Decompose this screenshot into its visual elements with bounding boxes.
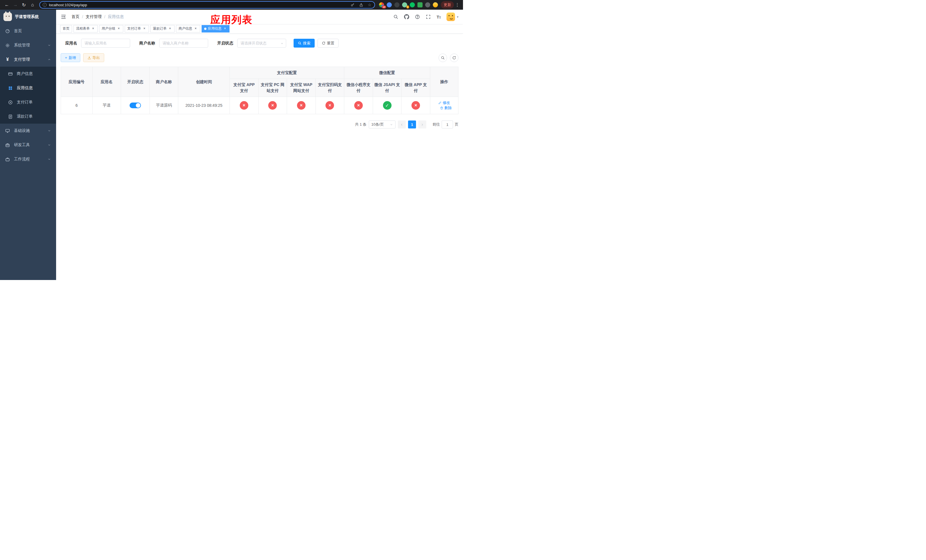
close-icon[interactable]: × [223,27,227,31]
col-wx-mini: 微信小程序支付 [344,79,373,97]
font-size-big: T [437,15,439,20]
breadcrumb: 首页 / 支付管理 / 应用信息 [71,14,124,20]
sidebar-item-label: 基础设施 [14,128,30,133]
tab-merchant-info[interactable]: 商户信息 × [176,25,200,32]
tab-home[interactable]: 首页 [60,25,72,32]
cell-alipay-wap: × [287,97,316,114]
extensions-puzzle-icon[interactable] [425,2,430,8]
search-icon [298,41,301,45]
tab-process-form[interactable]: 流程表单 × [73,25,98,32]
github-icon[interactable] [404,14,409,20]
status-select-placeholder: 请选择开启状态 [241,41,266,46]
status-label: 开启状态 [217,41,233,46]
cell-wx-mini: × [344,97,373,114]
sidebar-item-payment-orders[interactable]: 支付订单 [0,95,56,109]
goto-label: 前往 [433,122,440,127]
cell-actions: 修改 删除 [430,97,458,114]
profile-avatar-icon[interactable] [433,2,438,8]
search-button[interactable]: 搜索 [294,39,315,48]
close-icon[interactable]: × [91,27,95,31]
cell-alipay-pc: × [258,97,287,114]
sidebar-item-refund-orders[interactable]: 退款订单 [0,109,56,124]
extension-icon-4[interactable]: 1 [402,2,407,8]
sidebar-item-system[interactable]: 系统管理 [0,38,56,52]
extension-icon-5[interactable] [410,2,415,8]
browser-reload-button[interactable]: ↻ [20,1,28,9]
sidebar-item-label: 研发工具 [14,142,30,148]
refresh-icon [452,56,456,60]
page-size-value: 10条/页 [371,122,384,127]
extension-badge-2: 1 [406,5,409,9]
close-icon[interactable]: × [117,27,121,31]
reset-button[interactable]: 重置 [318,39,339,48]
address-bar[interactable]: i localhost:1024/pay/app ☆ [39,1,375,9]
add-button[interactable]: + 新增 [61,53,80,62]
hamburger-icon[interactable] [61,14,67,20]
tab-payment-orders[interactable]: 支付订单 × [125,25,149,32]
site-info-icon[interactable]: i [43,3,47,7]
sidebar-item-infrastructure[interactable]: 基础设施 [0,124,56,138]
sidebar-item-merchant-info[interactable]: 商户信息 [0,67,56,81]
tab-user-group[interactable]: 用户分组 × [99,25,123,32]
current-page-button[interactable]: 1 [408,121,416,129]
next-page-button[interactable]: › [418,121,426,129]
tab-label: 退款订单 [153,26,166,31]
export-button-label: 导出 [92,55,100,61]
toggle-search-button[interactable] [439,53,447,62]
sidebar-item-app-info[interactable]: 应用信息 [0,81,56,95]
extension-icon-3[interactable] [394,2,399,8]
user-menu[interactable]: ▾ [446,12,458,21]
breadcrumb-payment[interactable]: 支付管理 [86,14,101,20]
prev-page-button[interactable]: ‹ [398,121,406,129]
main-area: 首页 / 支付管理 / 应用信息 TT ▾ 首页 [56,10,463,280]
refresh-table-button[interactable] [450,53,458,62]
sidebar-item-dev-tools[interactable]: 研发工具 [0,138,56,152]
config-status-icon: × [268,101,277,110]
password-key-icon[interactable] [350,3,356,7]
chrome-update-button[interactable]: 更新 [441,1,454,9]
close-icon[interactable]: × [168,27,172,31]
font-size-icon[interactable]: TT [437,15,441,20]
delete-button[interactable]: 删除 [440,105,452,110]
col-actions: 操作 [430,67,458,97]
export-button[interactable]: 导出 [83,53,104,62]
browser-back-button[interactable]: ← [3,1,11,9]
app-name-input[interactable] [81,39,130,48]
sidebar-item-workflow[interactable]: 工作流程 [0,152,56,166]
edit-button[interactable]: 修改 [438,100,450,105]
extension-icon-6[interactable] [418,2,422,8]
app-logo-row[interactable]: 芋道管理系统 [0,10,56,24]
pagination-total: 共 1 条 [355,122,366,127]
sidebar-item-payment[interactable]: ¥ 支付管理 [0,52,56,67]
sidebar-item-home[interactable]: 首页 [0,24,56,38]
tab-refund-orders[interactable]: 退款订单 × [150,25,174,32]
merchant-name-input[interactable] [159,39,208,48]
status-toggle[interactable] [130,103,141,108]
extension-icon-1[interactable]: 10 [379,2,384,8]
search-icon [441,56,445,60]
col-created: 创建时间 [178,67,230,97]
navbar-actions: TT ▾ [393,12,458,21]
goto-page-input[interactable] [442,121,453,129]
close-icon[interactable]: × [142,27,146,31]
breadcrumb-home[interactable]: 首页 [71,14,79,20]
chrome-menu-icon[interactable]: ⋮ [454,2,460,8]
page-size-select[interactable]: 10条/页 [369,121,395,129]
chevron-down-icon [48,157,51,161]
tab-app-info[interactable]: 应用信息 × [201,25,230,32]
status-select[interactable]: 请选择开启状态 [237,39,286,48]
user-avatar [446,12,455,21]
close-icon[interactable]: × [194,27,198,31]
help-icon[interactable] [415,14,420,20]
browser-home-button[interactable]: ⌂ [29,1,36,9]
search-icon[interactable] [393,14,398,20]
share-icon[interactable] [358,3,364,7]
cell-alipay-qr: × [316,97,344,114]
browser-forward-button[interactable]: → [11,1,20,9]
sidebar-item-label: 应用信息 [17,85,33,91]
cell-wx-app: × [401,97,430,114]
bookmark-star-icon[interactable]: ☆ [366,3,373,7]
fullscreen-icon[interactable] [426,14,431,20]
url-text[interactable]: localhost:1024/pay/app [49,3,347,7]
extension-icon-2[interactable] [387,2,392,8]
